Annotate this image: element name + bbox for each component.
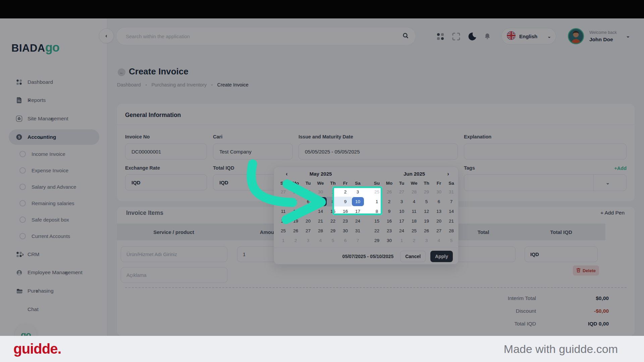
row-total-iqd-input[interactable]: IQD xyxy=(525,246,598,262)
calendar-day[interactable]: 19 xyxy=(420,216,433,226)
calendar-day[interactable]: 9 xyxy=(383,206,395,216)
calendar-day[interactable]: 20 xyxy=(433,216,445,226)
calendar-day[interactable]: 3 xyxy=(420,236,433,245)
calendar-day[interactable]: 11 xyxy=(277,206,289,216)
calendar-day[interactable]: 21 xyxy=(445,216,458,226)
calendar-day[interactable]: 6 xyxy=(302,197,314,206)
calendar-day[interactable]: 12 xyxy=(289,206,302,216)
calendar-day[interactable]: 5 xyxy=(445,236,458,245)
calendar-day[interactable]: 20 xyxy=(302,216,314,226)
sidebar-item-chat[interactable]: Chat xyxy=(0,302,107,317)
bell-icon[interactable] xyxy=(484,33,491,42)
add-item-button[interactable]: + Add Pen xyxy=(574,210,625,216)
calendar-day[interactable]: 28 xyxy=(445,226,458,236)
calendar-day[interactable]: 4 xyxy=(277,197,289,206)
biadago-logo[interactable]: BIADAgo xyxy=(11,41,59,55)
sidebar-item-reports[interactable]: Reports› xyxy=(0,93,107,108)
calendar-day[interactable]: 3 xyxy=(352,187,364,197)
calendar-day[interactable]: 16 xyxy=(383,216,395,226)
calendar-day[interactable]: 7 xyxy=(352,236,364,245)
calendar-day[interactable]: 6 xyxy=(339,236,352,245)
calendar-day[interactable]: 24 xyxy=(395,226,408,236)
sidebar-item-dashboard[interactable]: Dashboard xyxy=(0,74,107,90)
calendar-day[interactable]: 10 xyxy=(395,206,408,216)
calendar-day[interactable]: 4 xyxy=(314,236,327,245)
sidebar-item-remaining-salaries[interactable]: Remaining salaries xyxy=(0,195,107,211)
calendar-day[interactable]: 27 xyxy=(302,226,314,236)
calendar-day[interactable]: 27 xyxy=(277,187,289,197)
calendar-day[interactable]: 11 xyxy=(408,206,420,216)
apply-button[interactable]: Apply xyxy=(430,251,453,262)
calendar-day[interactable]: 7 xyxy=(314,197,327,206)
calendar-day[interactable]: 1 xyxy=(277,236,289,245)
calendar-day[interactable]: 7 xyxy=(445,197,458,206)
calendar-next-month-button[interactable]: › xyxy=(447,171,449,177)
calendar-day[interactable]: 9 xyxy=(339,197,352,206)
exchange-rate-field[interactable]: IQD xyxy=(125,174,207,190)
sidebar-item-expense-invoice[interactable]: Expense Invoice xyxy=(0,163,107,178)
calendar-day[interactable]: 22 xyxy=(327,216,339,226)
calendar-day[interactable]: 2 xyxy=(289,236,302,245)
calendar-day[interactable]: 5 xyxy=(327,236,339,245)
calendar-day[interactable]: 21 xyxy=(314,216,327,226)
calendar-day[interactable]: 14 xyxy=(445,206,458,216)
fullscreen-icon[interactable] xyxy=(452,32,461,42)
calendar-day[interactable]: 31 xyxy=(445,187,458,197)
sidebar-item-purchasing[interactable]: Purchasing› xyxy=(0,283,107,299)
calendar-day[interactable]: 17 xyxy=(395,216,408,226)
calendar-day[interactable]: 30 xyxy=(383,236,395,245)
calendar-day[interactable]: 18 xyxy=(277,216,289,226)
user-avatar[interactable] xyxy=(568,28,584,44)
total-input[interactable] xyxy=(452,246,516,262)
sidebar-item-current-accounts[interactable]: Current Accounts xyxy=(0,228,107,244)
calendar-day[interactable]: 2 xyxy=(408,236,420,245)
breadcrumb-purchasing[interactable]: Purchasing and Inventory xyxy=(151,82,206,87)
calendar-day[interactable]: 8 xyxy=(371,206,383,216)
user-menu-chevron-icon[interactable]: ⌄ xyxy=(626,33,630,39)
calendar-day[interactable]: 28 xyxy=(408,187,420,197)
calendar-day[interactable]: 18 xyxy=(408,216,420,226)
calendar-day[interactable]: 29 xyxy=(327,226,339,236)
calendar-day[interactable]: 13 xyxy=(302,206,314,216)
calendar-day[interactable]: 29 xyxy=(420,187,433,197)
calendar-day[interactable]: 24 xyxy=(352,216,364,226)
sidebar-item-income-invoice[interactable]: Income Invoice xyxy=(0,146,107,162)
calendar-day[interactable]: 31 xyxy=(352,226,364,236)
calendar-day[interactable]: 5 xyxy=(289,197,302,206)
tags-add-button[interactable]: +Add xyxy=(613,166,627,171)
calendar-day[interactable]: 13 xyxy=(433,206,445,216)
calendar-day[interactable]: 5 xyxy=(420,197,433,206)
calendar-day[interactable]: 15 xyxy=(327,206,339,216)
calendar-day[interactable]: 26 xyxy=(383,187,395,197)
calendar-day[interactable]: 28 xyxy=(314,226,327,236)
calendar-day[interactable]: 28 xyxy=(289,187,302,197)
tags-select[interactable]: ⌄ xyxy=(464,174,627,191)
search-icon[interactable] xyxy=(402,32,409,40)
calendar-day[interactable]: 29 xyxy=(371,236,383,245)
search-bar[interactable]: Search within the application xyxy=(116,27,416,45)
sidebar-collapse-button[interactable]: ‹ xyxy=(99,28,114,43)
breadcrumb-dashboard[interactable]: Dashboard xyxy=(117,82,141,87)
calendar-day[interactable]: 12 xyxy=(420,206,433,216)
calendar-day[interactable]: 23 xyxy=(383,226,395,236)
calendar-day[interactable]: 10 xyxy=(352,197,364,206)
calendar-prev-month-button[interactable]: ‹ xyxy=(286,171,288,177)
calendar-day[interactable]: 22 xyxy=(371,226,383,236)
calendar-day[interactable]: 2 xyxy=(383,197,395,206)
calendar-day[interactable]: 27 xyxy=(395,187,408,197)
service-product-input[interactable]: Ürün/Hizmet Adı Giriniz xyxy=(121,246,227,262)
calendar-day[interactable]: 3 xyxy=(395,197,408,206)
calendar-day[interactable]: 6 xyxy=(433,197,445,206)
calendar-day[interactable]: 29 xyxy=(302,187,314,197)
language-selector[interactable]: English ⌄ xyxy=(501,28,556,45)
calendar-day[interactable]: 1 xyxy=(395,236,408,245)
calendar-day[interactable]: 19 xyxy=(289,216,302,226)
calendar-day[interactable]: 17 xyxy=(352,206,364,216)
calendar-day[interactable]: 14 xyxy=(314,206,327,216)
invoice-no-field[interactable]: DC00000001 xyxy=(125,143,207,160)
sidebar-item-safe-deposit-box[interactable]: Safe deposit box xyxy=(0,212,107,227)
calendar-day[interactable]: 16 xyxy=(339,206,352,216)
calendar-day[interactable]: 23 xyxy=(339,216,352,226)
calendar-day[interactable]: 26 xyxy=(289,226,302,236)
sidebar-item-employee-management[interactable]: Employee Management› xyxy=(0,265,107,280)
